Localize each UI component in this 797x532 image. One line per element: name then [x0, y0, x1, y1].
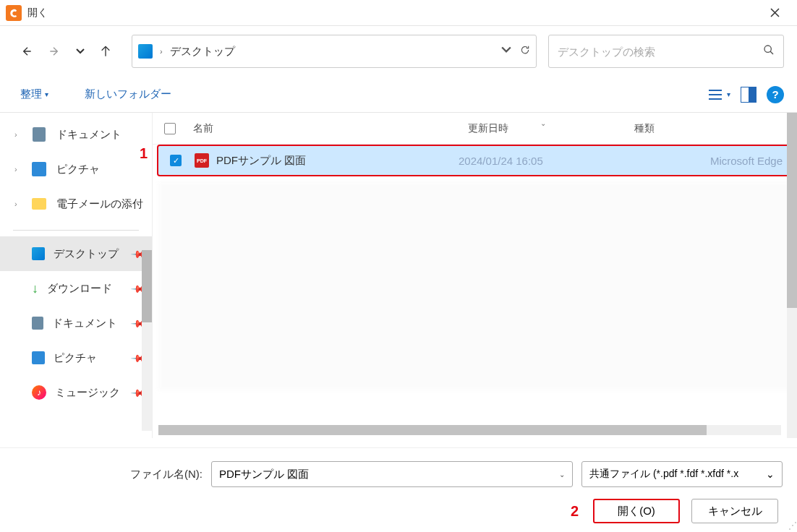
- preview-pane-button[interactable]: [741, 87, 756, 103]
- search-icon[interactable]: [763, 44, 775, 59]
- file-row[interactable]: ✓ PDF PDFサンプル 図面 2024/01/24 16:05 Micros…: [158, 146, 791, 175]
- organize-button[interactable]: 整理▾: [13, 83, 56, 106]
- file-type: Microsoft Edge: [625, 155, 791, 167]
- row-checkbox[interactable]: ✓: [170, 155, 182, 166]
- column-header-date[interactable]: ⌄更新日時: [468, 122, 634, 135]
- file-name: PDFサンプル 図面: [216, 154, 459, 168]
- tree-item-pictures[interactable]: ›ピクチャ: [0, 152, 152, 186]
- new-folder-button[interactable]: 新しいフォルダー: [77, 83, 179, 106]
- resize-grip[interactable]: ⋰: [788, 520, 796, 531]
- chevron-down-icon[interactable]: ⌄: [559, 471, 565, 479]
- quick-item-pictures[interactable]: ピクチャ📌: [0, 340, 152, 375]
- app-icon: [6, 5, 22, 21]
- desktop-icon: [138, 44, 153, 59]
- filename-label: ファイル名(N):: [130, 468, 203, 481]
- column-header-name[interactable]: 名前: [193, 122, 468, 135]
- vertical-scrollbar[interactable]: [787, 113, 797, 438]
- filename-input[interactable]: PDFサンプル 図面 ⌄: [211, 461, 573, 487]
- cancel-button[interactable]: キャンセル: [691, 499, 778, 523]
- quick-item-desktop[interactable]: デスクトップ📌: [0, 236, 152, 271]
- horizontal-scrollbar[interactable]: [158, 425, 781, 435]
- tree-item-email-attachments[interactable]: ›電子メールの添付: [0, 186, 152, 221]
- filetype-select[interactable]: 共通ファイル (*.pdf *.fdf *.xfdf *.x ⌄: [581, 461, 783, 487]
- search-box[interactable]: [548, 35, 784, 68]
- open-button[interactable]: 開く(O): [593, 499, 680, 523]
- view-mode-button[interactable]: ▾: [708, 88, 730, 101]
- search-input[interactable]: [558, 46, 763, 58]
- up-button[interactable]: [93, 38, 119, 64]
- quick-item-documents[interactable]: ドキュメント📌: [0, 306, 152, 340]
- chevron-down-icon[interactable]: ⌄: [766, 468, 775, 480]
- refresh-button[interactable]: [520, 45, 530, 58]
- annotation-1: 1: [140, 145, 148, 162]
- breadcrumb-separator: ›: [160, 47, 163, 56]
- toolbar: 整理▾ 新しいフォルダー ▾ ?: [0, 77, 797, 113]
- pdf-icon: PDF: [195, 153, 209, 168]
- select-all-checkbox[interactable]: [164, 123, 176, 134]
- file-date: 2024/01/24 16:05: [459, 155, 625, 167]
- history-dropdown[interactable]: [71, 48, 90, 54]
- close-button[interactable]: [758, 0, 791, 26]
- file-list-area: 1 名前 ⌄更新日時 種類 ✓ PDF PDFサンプル 図面 2024/01/2…: [152, 113, 797, 438]
- help-button[interactable]: ?: [767, 86, 784, 103]
- sidebar: ›ドキュメント ›ピクチャ ›電子メールの添付 デスクトップ📌 ↓ダウンロード📌…: [0, 113, 152, 438]
- navbar: › デスクトップ: [0, 26, 797, 77]
- breadcrumb-location[interactable]: デスクトップ: [170, 45, 235, 59]
- address-dropdown[interactable]: [501, 45, 511, 58]
- quick-item-music[interactable]: ♪ミュージック📌: [0, 375, 152, 410]
- sidebar-scrollbar[interactable]: [142, 250, 152, 431]
- tree-item-documents[interactable]: ›ドキュメント: [0, 117, 152, 152]
- quick-item-downloads[interactable]: ↓ダウンロード📌: [0, 271, 152, 306]
- annotation-2: 2: [571, 503, 579, 520]
- titlebar: 開く: [0, 0, 797, 26]
- footer: ファイル名(N): PDFサンプル 図面 ⌄ 共通ファイル (*.pdf *.f…: [0, 447, 797, 532]
- column-header-type[interactable]: 種類: [634, 122, 797, 135]
- forward-button[interactable]: [42, 38, 68, 64]
- window-title: 開く: [27, 7, 48, 20]
- preview-blur-area: [158, 181, 791, 391]
- back-button[interactable]: [13, 38, 39, 64]
- address-bar[interactable]: › デスクトップ: [132, 35, 537, 68]
- svg-point-0: [764, 46, 771, 52]
- file-list-header: 名前 ⌄更新日時 種類: [153, 113, 797, 145]
